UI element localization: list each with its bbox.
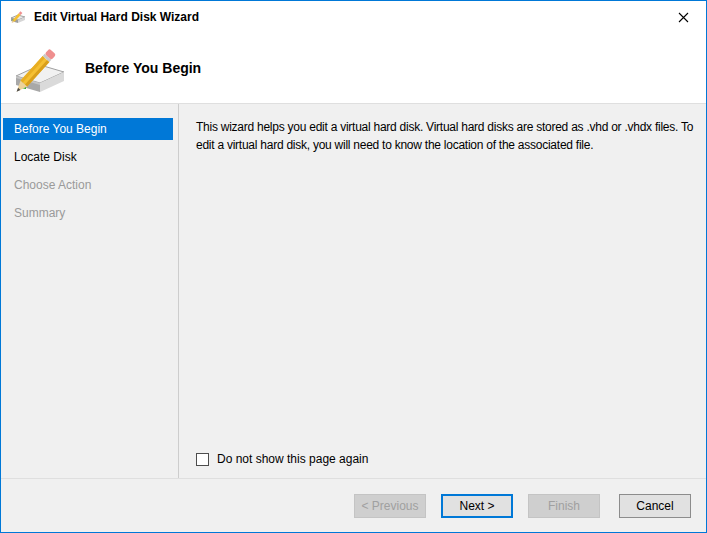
intro-text: This wizard helps you edit a virtual har… <box>196 118 698 154</box>
app-disk-pencil-icon <box>10 9 26 25</box>
nav-item-choose-action: Choose Action <box>3 174 173 196</box>
page-title: Before You Begin <box>85 60 201 76</box>
edit-vhd-wizard-window: Edit Virtual Hard Disk Wizard <box>0 0 707 533</box>
intro-line-2: edit a virtual hard disk, you will need … <box>196 136 698 154</box>
window-title: Edit Virtual Hard Disk Wizard <box>34 10 199 24</box>
intro-line-1: This wizard helps you edit a virtual har… <box>196 118 698 136</box>
nav-item-locate-disk[interactable]: Locate Disk <box>3 146 173 168</box>
nav-item-before-you-begin[interactable]: Before You Begin <box>3 118 173 140</box>
titlebar: Edit Virtual Hard Disk Wizard <box>1 1 706 33</box>
previous-button: < Previous <box>354 494 426 518</box>
next-button[interactable]: Next > <box>441 494 513 518</box>
wizard-page-content: This wizard helps you edit a virtual har… <box>179 104 706 478</box>
do-not-show-again-option[interactable]: Do not show this page again <box>196 452 368 466</box>
close-icon <box>678 12 689 23</box>
virtual-disk-pencil-icon <box>12 40 68 99</box>
wizard-steps-nav: Before You Begin Locate Disk Choose Acti… <box>1 104 179 478</box>
wizard-header: Before You Begin <box>1 33 706 104</box>
nav-item-summary: Summary <box>3 202 173 224</box>
finish-button: Finish <box>528 494 600 518</box>
wizard-body: Before You Begin Locate Disk Choose Acti… <box>1 104 706 478</box>
wizard-footer: < Previous Next > Finish Cancel <box>1 478 706 532</box>
close-button[interactable] <box>661 1 706 33</box>
do-not-show-again-checkbox[interactable] <box>196 453 209 466</box>
checkbox-label: Do not show this page again <box>217 452 368 466</box>
cancel-button[interactable]: Cancel <box>619 494 691 518</box>
